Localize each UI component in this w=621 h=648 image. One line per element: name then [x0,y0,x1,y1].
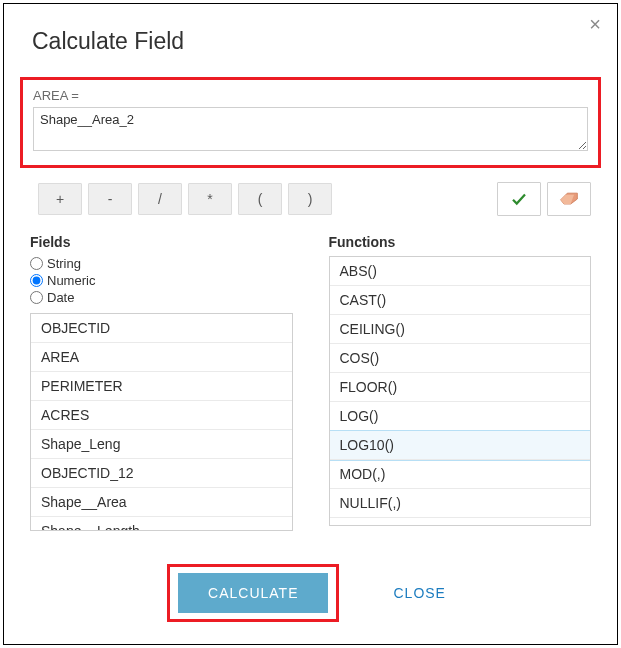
operator-divide-button[interactable]: / [138,183,182,215]
close-button[interactable]: CLOSE [385,573,453,613]
functions-listbox[interactable]: ABS()CAST()CEILING()COS()FLOOR()LOG()LOG… [329,256,592,526]
fields-panel-title: Fields [30,234,293,250]
clear-button[interactable] [547,182,591,216]
list-item[interactable]: CEILING() [330,315,591,344]
dialog-footer: CALCULATE CLOSE [4,564,617,622]
list-item[interactable]: PERIMETER [31,372,292,401]
operator-multiply-button[interactable]: * [188,183,232,215]
list-item[interactable]: AREA [31,343,292,372]
field-type-filter: String Numeric Date [30,256,293,305]
list-item[interactable]: POWER(,) [330,518,591,526]
list-item[interactable]: OBJECTID [31,314,292,343]
filter-string-radio[interactable] [30,257,43,270]
operator-rparen-button[interactable]: ) [288,183,332,215]
expression-highlight: AREA = Shape__Area_2 [20,77,601,168]
operator-row: + - / * ( ) [30,182,591,216]
filter-numeric-radio[interactable] [30,274,43,287]
list-item[interactable]: Shape_Leng [31,430,292,459]
eraser-icon [559,191,579,207]
list-item[interactable]: LOG10() [330,431,591,460]
close-icon[interactable]: × [589,14,601,34]
filter-date-radio[interactable] [30,291,43,304]
filter-string-label: String [47,256,81,271]
list-item[interactable]: LOG() [330,402,591,431]
functions-panel: Functions ABS()CAST()CEILING()COS()FLOOR… [329,234,592,531]
calculate-highlight: CALCULATE [167,564,339,622]
fields-listbox[interactable]: OBJECTIDAREAPERIMETERACRESShape_LengOBJE… [30,313,293,531]
list-item[interactable]: MOD(,) [330,460,591,489]
list-item[interactable]: Shape__Length [31,517,292,531]
list-item[interactable]: COS() [330,344,591,373]
validate-button[interactable] [497,182,541,216]
operator-plus-button[interactable]: + [38,183,82,215]
filter-numeric-label: Numeric [47,273,95,288]
list-item[interactable]: CAST() [330,286,591,315]
list-item[interactable]: OBJECTID_12 [31,459,292,488]
filter-numeric[interactable]: Numeric [30,273,293,288]
expression-input[interactable]: Shape__Area_2 [33,107,588,151]
calculate-button[interactable]: CALCULATE [178,573,328,613]
operator-minus-button[interactable]: - [88,183,132,215]
target-field-label: AREA = [33,88,588,103]
panels-row: Fields String Numeric Date OBJECTIDAREAP… [30,234,591,531]
filter-date[interactable]: Date [30,290,293,305]
filter-date-label: Date [47,290,74,305]
list-item[interactable]: ACRES [31,401,292,430]
functions-panel-title: Functions [329,234,592,250]
dialog-title: Calculate Field [32,28,591,55]
list-item[interactable]: ABS() [330,257,591,286]
list-item[interactable]: FLOOR() [330,373,591,402]
list-item[interactable]: NULLIF(,) [330,489,591,518]
operator-lparen-button[interactable]: ( [238,183,282,215]
calculate-field-dialog: × Calculate Field AREA = Shape__Area_2 +… [3,3,618,645]
check-icon [510,190,528,208]
filter-string[interactable]: String [30,256,293,271]
list-item[interactable]: Shape__Area [31,488,292,517]
fields-panel: Fields String Numeric Date OBJECTIDAREAP… [30,234,293,531]
